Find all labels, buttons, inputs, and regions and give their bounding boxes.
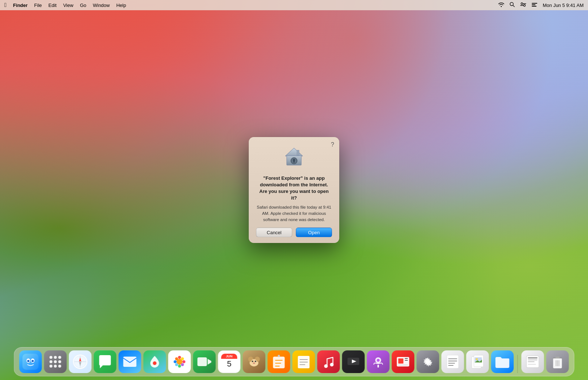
dialog-body: Safari downloaded this file today at 9:4…: [256, 204, 332, 223]
open-button[interactable]: Open: [296, 228, 332, 237]
security-dialog: ?: [249, 137, 339, 243]
dialog-buttons: Cancel Open: [256, 228, 332, 237]
app-icon: [282, 145, 306, 170]
dialog-overlay: ?: [0, 0, 588, 380]
dialog-title: "Forest Explorer" is an app downloaded f…: [256, 175, 332, 202]
svg-marker-9: [285, 148, 303, 156]
svg-rect-14: [293, 161, 295, 163]
cancel-button[interactable]: Cancel: [256, 228, 292, 237]
svg-rect-15: [297, 150, 299, 155]
dialog-help-button[interactable]: ?: [331, 141, 334, 148]
app-icon-wrapper: [281, 144, 307, 171]
